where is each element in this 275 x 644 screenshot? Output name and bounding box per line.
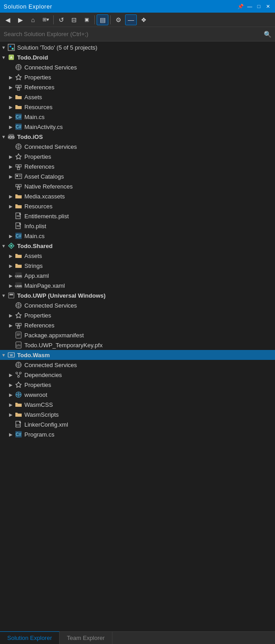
home-button[interactable]: ⌂	[27, 14, 39, 25]
svg-rect-57	[16, 332, 21, 338]
droid-references-label: References	[24, 84, 54, 91]
svg-text:XAML: XAML	[15, 275, 22, 278]
project-todo-wasm[interactable]: W Todo.Wasm	[0, 350, 275, 360]
uwp-connected-services[interactable]: Connected Services	[0, 300, 275, 310]
droid-mainactivity-expand	[7, 122, 14, 132]
ios-entitlements-plist[interactable]: Entitlements.plist	[0, 211, 275, 221]
wasm-wasmcss-expand	[7, 400, 14, 409]
project-todo-droid[interactable]: A Todo.Droid	[0, 52, 275, 62]
wasm-dependencies[interactable]: Dependencies	[0, 370, 275, 380]
uwp-properties[interactable]: Properties	[0, 310, 275, 320]
shared-assets[interactable]: Assets	[0, 251, 275, 261]
ios-properties[interactable]: Properties	[0, 152, 275, 161]
connected-services-icon	[14, 63, 23, 71]
properties-icon	[14, 311, 23, 319]
folder-icon	[14, 202, 23, 210]
solution-explorer-tab[interactable]: Solution Explorer	[0, 631, 60, 644]
droid-mainactivity-cs[interactable]: C# MainActivity.cs	[0, 122, 275, 132]
back-button[interactable]: ◀	[2, 14, 14, 25]
ios-asset-catalogs-expand	[7, 171, 14, 181]
ios-asset-catalogs-label: Asset Catalogs	[24, 173, 64, 180]
split-view-button[interactable]: ❖	[138, 14, 149, 25]
folder-icon	[14, 400, 23, 409]
wasm-dependencies-expand	[7, 370, 14, 380]
ios-resources-label: Resources	[24, 203, 52, 210]
ios-properties-label: Properties	[24, 153, 51, 160]
uwp-references-expand	[7, 320, 14, 330]
todo-droid-expand	[0, 52, 7, 62]
wasm-wasmscripts-expand	[7, 409, 14, 419]
uwp-temporary-key[interactable]: pfx Todo.UWP_TemporaryKey.pfx	[0, 340, 275, 350]
ios-asset-catalogs[interactable]: Asset Catalogs	[0, 171, 275, 181]
title-bar-title: Solution Explorer	[4, 3, 52, 10]
wasm-connected-services[interactable]: Connected Services	[0, 360, 275, 370]
folder-icon	[14, 410, 23, 419]
svg-rect-53	[19, 323, 21, 326]
droid-resources[interactable]: Resources	[0, 102, 275, 112]
svg-text:C#: C#	[16, 115, 22, 120]
shared-mainpage-xaml[interactable]: XAML MainPage.xaml	[0, 281, 275, 290]
wasm-wasmcss[interactable]: WasmCSS	[0, 400, 275, 409]
team-explorer-tab[interactable]: Team Explorer	[60, 631, 112, 644]
dependencies-icon	[14, 371, 23, 379]
uwp-properties-expand	[7, 310, 14, 320]
droid-connected-services[interactable]: Connected Services	[0, 62, 275, 72]
project-todo-uwp[interactable]: Todo.UWP (Universal Windows)	[0, 290, 275, 300]
csharp-icon: C#	[14, 232, 23, 240]
wasm-icon: W	[7, 351, 15, 359]
wasm-program-cs[interactable]: C# Program.cs	[0, 429, 275, 439]
wasm-linkerconfig-label: LinkerConfig.xml	[24, 421, 68, 428]
pin-button[interactable]: 📌	[237, 3, 244, 10]
wasm-wasmscripts-label: WasmScripts	[24, 411, 59, 418]
wasm-connected-services-label: Connected Services	[24, 362, 77, 368]
uwp-references[interactable]: References	[0, 320, 275, 330]
uwp-package-manifest[interactable]: Package.appxmanifest	[0, 330, 275, 340]
references-icon	[14, 83, 23, 91]
search-icon: 🔍	[264, 31, 271, 38]
svg-rect-1	[9, 46, 11, 47]
droid-references[interactable]: References	[0, 82, 275, 92]
solution-root[interactable]: Solution 'Todo' (5 of 5 projects)	[0, 42, 275, 52]
droid-properties-expand	[7, 72, 14, 82]
ios-references-label: References	[24, 163, 54, 170]
project-todo-shared[interactable]: Todo.Shared	[0, 241, 275, 251]
ios-native-references[interactable]: Native References	[0, 181, 275, 191]
properties-icon	[14, 152, 23, 161]
new-solution-explorer-button[interactable]: ⊞▾	[40, 14, 51, 25]
shared-strings[interactable]: Strings	[0, 261, 275, 271]
collapse-all-button[interactable]: ⊟	[68, 14, 80, 25]
active-document-button[interactable]: —	[125, 14, 137, 25]
forward-button[interactable]: ▶	[14, 14, 26, 25]
wasm-wwwroot[interactable]: wwwroot	[0, 390, 275, 400]
project-todo-ios[interactable]: iOS Todo.iOS	[0, 132, 275, 142]
ios-references[interactable]: References	[0, 161, 275, 171]
ios-resources[interactable]: Resources	[0, 201, 275, 211]
ios-media-xcassets[interactable]: Media.xcassets	[0, 191, 275, 201]
shared-app-xaml-expand	[7, 271, 14, 281]
droid-properties[interactable]: Properties	[0, 72, 275, 82]
svg-rect-26	[16, 175, 18, 177]
wasm-dependencies-label: Dependencies	[24, 372, 62, 378]
droid-main-cs[interactable]: C# Main.cs	[0, 112, 275, 122]
wasm-properties[interactable]: Properties	[0, 380, 275, 390]
shared-app-xaml[interactable]: XAML App.xaml	[0, 271, 275, 281]
droid-assets[interactable]: Assets	[0, 92, 275, 102]
sync-button[interactable]: ↺	[56, 14, 67, 25]
ios-main-cs[interactable]: C# Main.cs	[0, 231, 275, 241]
wasm-linkerconfig-xml[interactable]: xml LinkerConfig.xml	[0, 419, 275, 429]
svg-text:C#: C#	[16, 124, 22, 129]
bottom-tabs: Solution Explorer Team Explorer	[0, 631, 275, 644]
solution-label: Solution 'Todo' (5 of 5 projects)	[17, 44, 98, 51]
ios-info-plist[interactable]: Info.plist	[0, 221, 275, 231]
search-input[interactable]	[4, 31, 264, 37]
wasm-wasmscripts[interactable]: WasmScripts	[0, 409, 275, 419]
show-all-files-button[interactable]: ▣	[81, 14, 93, 25]
maximize-button[interactable]: □	[255, 3, 262, 10]
minimize-button[interactable]: —	[246, 3, 253, 10]
close-button[interactable]: ✕	[264, 3, 271, 10]
ios-connected-services[interactable]: Connected Services	[0, 142, 275, 152]
shared-strings-label: Strings	[24, 262, 42, 269]
filter-button[interactable]: ▤	[97, 14, 108, 25]
shared-mainpage-xaml-label: MainPage.xaml	[24, 282, 65, 289]
settings-button[interactable]: ⚙	[112, 14, 124, 25]
